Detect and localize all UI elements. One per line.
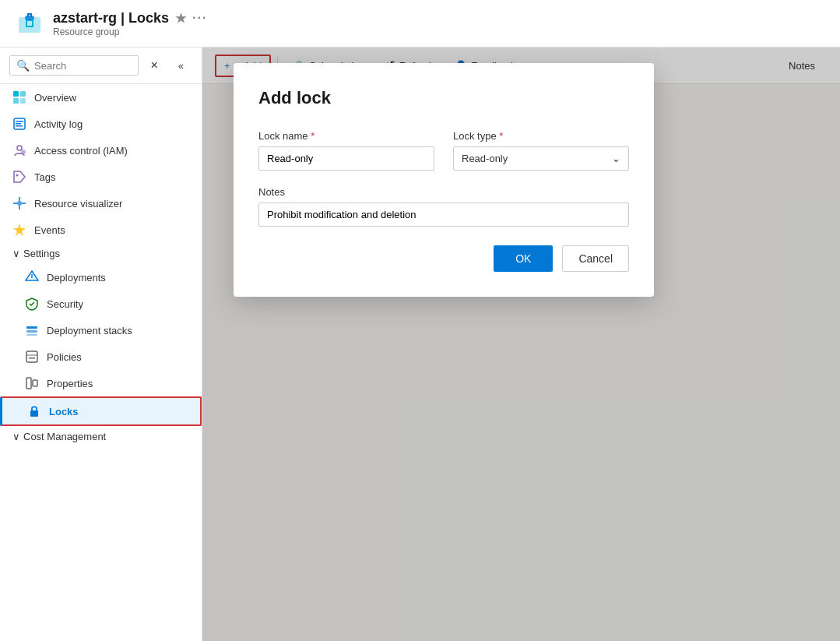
svg-rect-5	[20, 98, 26, 104]
lock-name-input[interactable]	[258, 146, 434, 171]
sidebar-item-events[interactable]: Events	[0, 217, 202, 243]
ok-button[interactable]: OK	[494, 245, 553, 272]
svg-rect-7	[16, 121, 23, 122]
iam-icon	[12, 143, 26, 157]
sidebar-item-label: Security	[47, 298, 83, 310]
search-box[interactable]: 🔍	[9, 55, 139, 76]
settings-section[interactable]: ∨ Settings	[0, 243, 202, 264]
sidebar-item-label: Activity log	[34, 118, 83, 130]
cancel-button[interactable]: Cancel	[562, 245, 629, 272]
required-indicator: *	[311, 130, 315, 142]
svg-rect-26	[29, 357, 35, 359]
svg-point-11	[21, 150, 26, 154]
close-search-button[interactable]: ×	[142, 54, 166, 77]
lock-name-group: Lock name *	[258, 130, 434, 171]
sidebar-item-policies[interactable]: Policies	[0, 343, 202, 370]
svg-rect-24	[26, 351, 37, 362]
tags-icon	[12, 170, 26, 184]
sidebar-item-activity-log[interactable]: Activity log	[0, 111, 202, 137]
more-options-icon[interactable]: ···	[192, 11, 207, 25]
lock-type-value: Read-only	[462, 153, 508, 164]
chevron-right-icon: ∨	[12, 431, 20, 442]
title-text: azstart-rg | Locks	[53, 10, 169, 26]
overview-icon	[12, 90, 26, 104]
visualizer-icon	[12, 196, 26, 210]
sidebar-item-label: Properties	[47, 378, 93, 389]
activity-log-icon	[12, 117, 26, 131]
svg-point-13	[17, 201, 22, 206]
modal-overlay: Add lock Lock name * Lock type *	[202, 48, 840, 641]
collapse-sidebar-button[interactable]: «	[170, 55, 192, 76]
modal-title: Add lock	[258, 88, 629, 108]
svg-rect-21	[26, 326, 37, 329]
add-lock-modal: Add lock Lock name * Lock type *	[234, 63, 654, 297]
sidebar-item-iam[interactable]: Access control (IAM)	[0, 137, 202, 164]
sidebar-item-label: Locks	[49, 406, 79, 417]
svg-rect-23	[26, 334, 37, 336]
required-indicator: *	[499, 130, 503, 142]
sidebar: 🔍 × « Overview Activity log Access contr…	[0, 48, 202, 641]
search-icon: 🔍	[16, 59, 30, 72]
resource-group-icon	[16, 9, 44, 37]
svg-rect-9	[16, 125, 23, 127]
events-icon	[12, 223, 26, 237]
sidebar-item-properties[interactable]: Properties	[0, 370, 202, 396]
sidebar-item-label: Resource visualizer	[34, 198, 122, 210]
sidebar-item-locks[interactable]: Locks	[0, 396, 202, 426]
sidebar-item-overview[interactable]: Overview	[0, 84, 202, 111]
notes-form-label: Notes	[258, 186, 629, 198]
chevron-down-icon: ∨	[12, 248, 20, 259]
svg-point-10	[17, 146, 22, 150]
lock-type-select[interactable]: Read-only ⌄	[453, 146, 629, 171]
settings-label: Settings	[23, 248, 60, 259]
svg-rect-22	[26, 330, 37, 333]
cost-management-label: Cost Management	[23, 431, 106, 442]
modal-buttons: OK Cancel	[258, 245, 629, 272]
page-title: azstart-rg | Locks ★ ···	[53, 10, 207, 26]
sidebar-item-label: Events	[34, 224, 65, 236]
locks-icon	[27, 404, 41, 418]
svg-rect-8	[16, 123, 21, 125]
svg-rect-29	[30, 410, 38, 417]
sidebar-item-tags[interactable]: Tags	[0, 164, 202, 190]
cost-management-section[interactable]: ∨ Cost Management	[0, 426, 202, 447]
sidebar-item-label: Tags	[34, 171, 55, 183]
lock-type-group: Lock type * Read-only ⌄	[453, 130, 629, 171]
lock-type-label: Lock type *	[453, 130, 629, 142]
chevron-down-icon: ⌄	[612, 153, 620, 164]
page-header: azstart-rg | Locks ★ ··· Resource group	[0, 0, 840, 48]
policies-icon	[25, 350, 39, 364]
favorite-star[interactable]: ★	[175, 11, 186, 26]
svg-rect-3	[20, 91, 26, 97]
notes-form-group: Notes	[258, 186, 629, 227]
svg-marker-18	[13, 224, 26, 236]
svg-rect-1	[25, 16, 34, 20]
svg-rect-4	[13, 98, 19, 104]
svg-rect-27	[26, 378, 31, 389]
sidebar-item-visualizer[interactable]: Resource visualizer	[0, 190, 202, 217]
sidebar-item-label: Overview	[34, 92, 76, 104]
header-title-block: azstart-rg | Locks ★ ··· Resource group	[53, 10, 207, 37]
lock-name-label: Lock name *	[258, 130, 434, 142]
sidebar-item-label: Policies	[47, 351, 82, 363]
svg-point-12	[16, 174, 19, 177]
content-area: + + Add 🔒 Subscription ↺ Refresh 👤 Feedb…	[202, 48, 840, 641]
svg-rect-2	[13, 91, 19, 97]
security-icon	[25, 297, 39, 311]
search-input[interactable]	[34, 60, 132, 72]
sidebar-item-label: Deployments	[47, 272, 106, 284]
properties-icon	[25, 376, 39, 390]
sidebar-item-label: Access control (IAM)	[34, 145, 128, 157]
resource-type-label: Resource group	[53, 26, 207, 37]
svg-rect-28	[33, 380, 37, 386]
sidebar-item-label: Deployment stacks	[47, 325, 132, 336]
stacks-icon	[25, 323, 39, 337]
deployments-icon	[25, 270, 39, 284]
sidebar-item-security[interactable]: Security	[0, 291, 202, 317]
sidebar-item-deployments[interactable]: Deployments	[0, 264, 202, 291]
main-layout: 🔍 × « Overview Activity log Access contr…	[0, 48, 840, 641]
notes-input[interactable]	[258, 203, 629, 227]
sidebar-toolbar: 🔍 × «	[0, 48, 202, 84]
form-name-type-row: Lock name * Lock type * Read-only ⌄	[258, 130, 629, 171]
sidebar-item-deployment-stacks[interactable]: Deployment stacks	[0, 317, 202, 343]
